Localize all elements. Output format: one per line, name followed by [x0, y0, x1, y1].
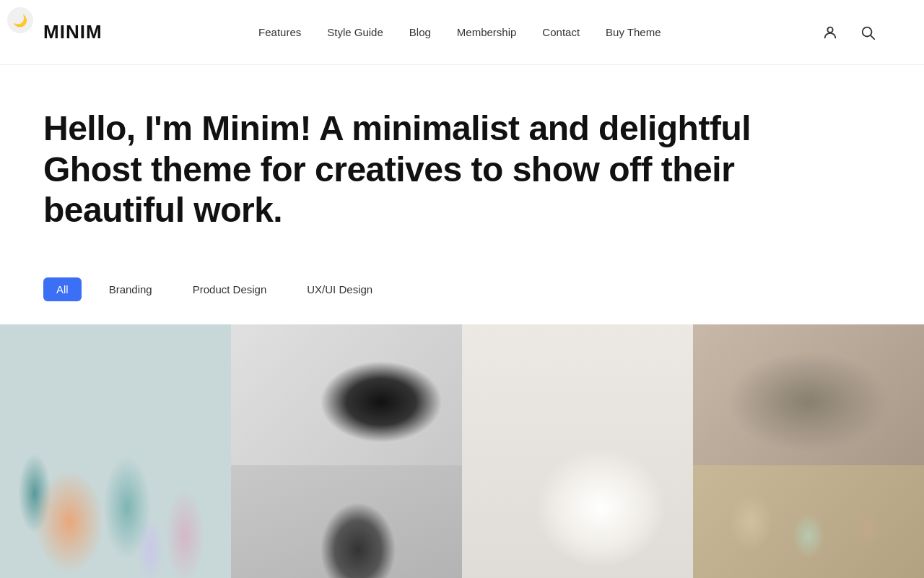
nav-contact[interactable]: Contact — [542, 26, 580, 38]
grid-item-laptop[interactable] — [693, 324, 924, 465]
main-nav: Features Style Guide Blog Membership Con… — [258, 26, 661, 38]
grid-item-minimal[interactable] — [462, 324, 693, 578]
account-icon[interactable] — [817, 20, 843, 46]
nav-icons — [817, 20, 881, 46]
moon-icon: 🌙 — [13, 14, 27, 27]
site-logo[interactable]: MINIM — [43, 21, 103, 43]
svg-point-0 — [827, 27, 832, 32]
dark-mode-toggle[interactable]: 🌙 — [7, 7, 33, 33]
nav-blog[interactable]: Blog — [409, 26, 431, 38]
filter-all[interactable]: All — [43, 277, 82, 301]
grid-item-phone-desk[interactable] — [231, 324, 462, 465]
grid-item-phone-hand[interactable] — [231, 465, 462, 578]
nav-style-guide[interactable]: Style Guide — [327, 26, 383, 38]
search-icon[interactable] — [855, 20, 881, 46]
hero-title: Hello, I'm Minim! A minimalist and delig… — [43, 108, 765, 231]
filter-product-design[interactable]: Product Design — [180, 277, 280, 301]
svg-line-2 — [871, 35, 874, 39]
hero-section: Hello, I'm Minim! A minimalist and delig… — [0, 65, 924, 260]
filter-branding[interactable]: Branding — [96, 277, 165, 301]
filter-ux-ui[interactable]: UX/UI Design — [294, 277, 385, 301]
nav-features[interactable]: Features — [258, 26, 301, 38]
site-header: MINIM Features Style Guide Blog Membersh… — [0, 0, 924, 65]
filter-bar: All Branding Product Design UX/UI Design — [0, 260, 924, 301]
nav-buy-theme[interactable]: Buy Theme — [606, 26, 661, 38]
grid-item-books[interactable] — [693, 465, 924, 578]
nav-membership[interactable]: Membership — [457, 26, 517, 38]
grid-item-bottles[interactable] — [0, 324, 231, 578]
image-grid — [0, 324, 924, 578]
